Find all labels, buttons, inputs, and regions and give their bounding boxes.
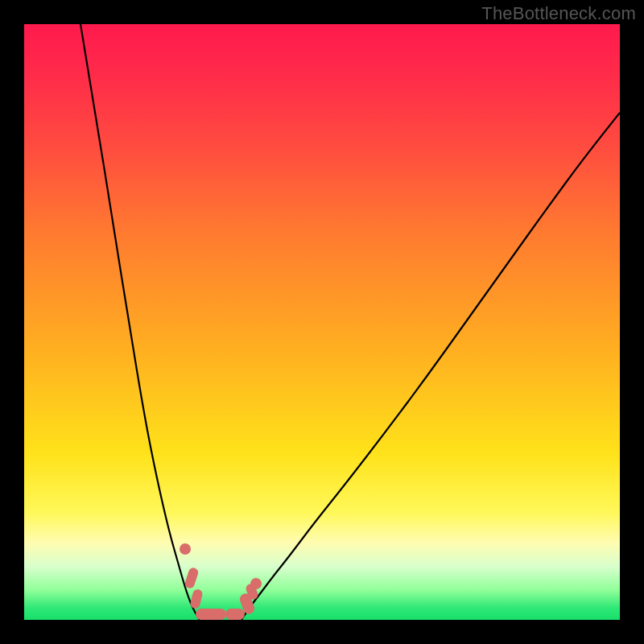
data-marker-1 [184, 567, 199, 589]
watermark-text: TheBottleneck.com [481, 3, 636, 24]
marker-group [180, 543, 262, 620]
curve-group [80, 24, 620, 620]
data-marker-0 [180, 543, 191, 555]
curves-svg [24, 24, 620, 620]
data-marker-4 [225, 609, 245, 620]
data-marker-2 [189, 588, 203, 609]
curve-left-branch [80, 24, 200, 620]
plot-area [24, 24, 620, 620]
data-marker-3 [196, 609, 226, 620]
chart-frame: TheBottleneck.com [0, 0, 644, 644]
curve-right-branch [242, 113, 620, 620]
